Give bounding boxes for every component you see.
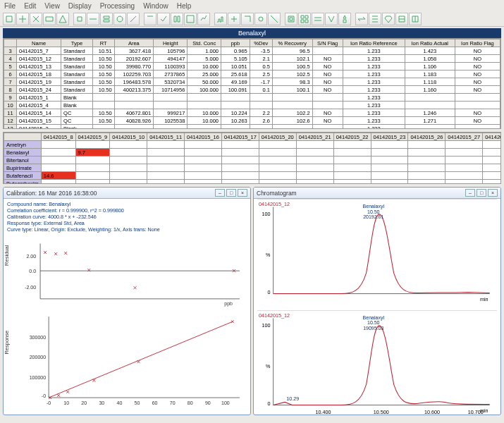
close-icon[interactable]: × bbox=[238, 189, 247, 197]
toolbar-btn-20[interactable] bbox=[285, 13, 297, 25]
col-header[interactable]: RT bbox=[92, 39, 114, 47]
col-header[interactable]: Ion Ratio Reference bbox=[343, 39, 405, 47]
col-header[interactable]: Height bbox=[154, 39, 188, 47]
col-header[interactable]: Area bbox=[114, 39, 154, 47]
toolbar-btn-13[interactable] bbox=[184, 13, 197, 25]
toolbar[interactable] bbox=[0, 11, 504, 27]
col-header[interactable]: % Recovery bbox=[272, 39, 312, 47]
table-row[interactable]: Butafenacil14.6 bbox=[4, 172, 502, 180]
table-row[interactable]: 704142015_19Standard10.50196483.57853207… bbox=[4, 78, 500, 86]
table-row[interactable]: 504142015_13Standard10.5039980.770110039… bbox=[4, 63, 500, 70]
col-header[interactable]: Name bbox=[17, 39, 61, 47]
table-row[interactable]: 1104142015_14QC10.5040672.80199921710.00… bbox=[4, 109, 500, 117]
col-header[interactable]: %Dev bbox=[250, 39, 272, 47]
table-row[interactable]: Bupirimate bbox=[4, 164, 502, 172]
toolbar-btn-27[interactable] bbox=[382, 13, 395, 25]
maximize-icon[interactable]: □ bbox=[226, 189, 236, 197]
toolbar-btn-2[interactable] bbox=[30, 13, 42, 25]
residual-plot[interactable]: Residual 2.00 0.0 -2.00 ppb bbox=[20, 236, 247, 310]
toolbar-btn-3[interactable] bbox=[43, 13, 56, 25]
menu-help[interactable]: Help bbox=[177, 2, 192, 10]
table-row[interactable]: Bitertanol bbox=[4, 157, 502, 164]
svg-text:-0: -0 bbox=[47, 400, 51, 405]
toolbar-btn-16[interactable] bbox=[228, 13, 240, 25]
toolbar-btn-10[interactable] bbox=[144, 13, 156, 25]
col-header[interactable]: 04142015_21 bbox=[296, 133, 333, 141]
col-header[interactable]: 04142015_9 bbox=[75, 133, 110, 141]
toolbar-btn-1[interactable] bbox=[16, 13, 29, 25]
toolbar-btn-19[interactable] bbox=[268, 13, 281, 25]
col-header[interactable] bbox=[4, 133, 42, 141]
menu-window[interactable]: Window bbox=[143, 2, 168, 10]
col-header[interactable]: 04142015_16 bbox=[185, 133, 222, 141]
col-header[interactable]: Std. Conc bbox=[188, 39, 221, 47]
toolbar-btn-23[interactable] bbox=[325, 13, 338, 25]
toolbar-btn-11[interactable] bbox=[157, 13, 170, 25]
table-row[interactable]: 604142015_18Standard10.50102259.70327378… bbox=[4, 70, 500, 78]
col-header[interactable]: ppb bbox=[221, 39, 250, 47]
table-row[interactable]: Ametryn bbox=[4, 141, 502, 149]
toolbar-btn-25[interactable] bbox=[355, 13, 368, 25]
col-header[interactable]: S/N Flag bbox=[312, 39, 343, 47]
toolbar-btn-14[interactable] bbox=[197, 13, 210, 25]
table-row[interactable]: 1004142015_4Blank1.233 bbox=[4, 102, 500, 109]
toolbar-btn-6[interactable] bbox=[87, 13, 99, 25]
toolbar-btn-28[interactable] bbox=[395, 13, 408, 25]
col-header[interactable]: 04142015_17 bbox=[221, 133, 259, 141]
toolbar-btn-18[interactable] bbox=[254, 13, 267, 25]
calibration-panel[interactable]: Calibration: 16 Mar 2016 16:38:00 – □ × … bbox=[3, 187, 251, 415]
toolbar-btn-8[interactable] bbox=[113, 13, 126, 25]
results-table[interactable]: NameTypeRTAreaHeightStd. Concppb%Dev% Re… bbox=[3, 38, 501, 129]
col-header[interactable]: 04142015_27 bbox=[445, 133, 483, 141]
toolbar-btn-29[interactable] bbox=[409, 13, 422, 25]
table-row[interactable]: 804142015_24Standard10.50400213.37510714… bbox=[4, 86, 500, 94]
toolbar-btn-15[interactable] bbox=[214, 13, 227, 25]
chromatogram-lower[interactable]: 04142015_12 Benalaxyl10.5019095.08 100 %… bbox=[257, 310, 497, 415]
toolbar-btn-24[interactable] bbox=[338, 13, 351, 25]
toolbar-btn-7[interactable] bbox=[100, 13, 113, 25]
col-header[interactable]: 04142015_11 bbox=[147, 133, 185, 141]
toolbar-btn-4[interactable] bbox=[56, 13, 69, 25]
table-row[interactable]: 304142015_7Standard10.513627.4181057961.… bbox=[4, 47, 500, 55]
toolbar-btn-17[interactable] bbox=[241, 13, 254, 25]
menu-processing[interactable]: Processing bbox=[100, 2, 135, 10]
col-header[interactable]: 04142015_8 bbox=[41, 133, 75, 141]
table-row[interactable]: Benalaxyl9.7 bbox=[4, 149, 502, 157]
close-icon[interactable]: × bbox=[488, 189, 498, 197]
menubar[interactable]: FileEditViewDisplayProcessingWindowHelp bbox=[0, 0, 504, 11]
col-header[interactable]: Type bbox=[61, 39, 93, 47]
table-row[interactable]: 1204142015_15QC10.5040828.926102553810.0… bbox=[4, 117, 500, 125]
col-header[interactable]: Ion Ratio Actual bbox=[405, 39, 455, 47]
compound-matrix[interactable]: 04142015_804142015_904142015_1004142015_… bbox=[3, 132, 501, 184]
response-plot[interactable]: Response 300000 200000 100000 -0 -0 10 2… bbox=[20, 313, 247, 413]
toolbar-btn-26[interactable] bbox=[369, 13, 381, 25]
table-row[interactable]: 404142015_12Standard10.5020192.607494147… bbox=[4, 55, 500, 63]
menu-view[interactable]: View bbox=[44, 2, 60, 10]
col-header[interactable]: Ion Ratio Flag bbox=[455, 39, 500, 47]
col-header[interactable]: 04142015_22 bbox=[333, 133, 371, 141]
chromatogram-panel[interactable]: Chromatogram – □ × 04142015_12 Benalaxyl… bbox=[253, 187, 501, 415]
sample-label: 04142015_12 bbox=[259, 201, 290, 207]
col-header[interactable]: 04142015_26 bbox=[408, 133, 445, 141]
menu-edit[interactable]: Edit bbox=[24, 2, 36, 10]
toolbar-btn-9[interactable] bbox=[127, 13, 140, 25]
maximize-icon[interactable]: □ bbox=[477, 189, 486, 197]
toolbar-btn-0[interactable] bbox=[3, 13, 16, 25]
minimize-icon[interactable]: – bbox=[465, 189, 475, 197]
toolbar-btn-5[interactable] bbox=[73, 13, 86, 25]
minimize-icon[interactable]: – bbox=[215, 189, 225, 197]
toolbar-btn-22[interactable] bbox=[312, 13, 324, 25]
table-row[interactable]: 904142015_1Blank1.233 bbox=[4, 94, 500, 102]
col-header[interactable]: 04142015_10 bbox=[110, 133, 147, 141]
menu-file[interactable]: File bbox=[4, 2, 16, 10]
col-header[interactable] bbox=[4, 39, 17, 47]
menu-display[interactable]: Display bbox=[68, 2, 92, 10]
toolbar-btn-21[interactable] bbox=[298, 13, 311, 25]
chromatogram-upper[interactable]: 04142015_12 Benalaxyl10.5020192.61 100 %… bbox=[257, 199, 497, 310]
col-header[interactable]: 04142015_20 bbox=[259, 133, 296, 141]
table-row[interactable]: 1304142015_3Blank1.233 bbox=[4, 125, 500, 130]
toolbar-btn-12[interactable] bbox=[171, 13, 183, 25]
col-header[interactable]: 04142015_23 bbox=[371, 133, 408, 141]
col-header[interactable]: 04142015_28 bbox=[483, 133, 501, 141]
table-row[interactable]: Butocarboxim bbox=[4, 180, 502, 185]
